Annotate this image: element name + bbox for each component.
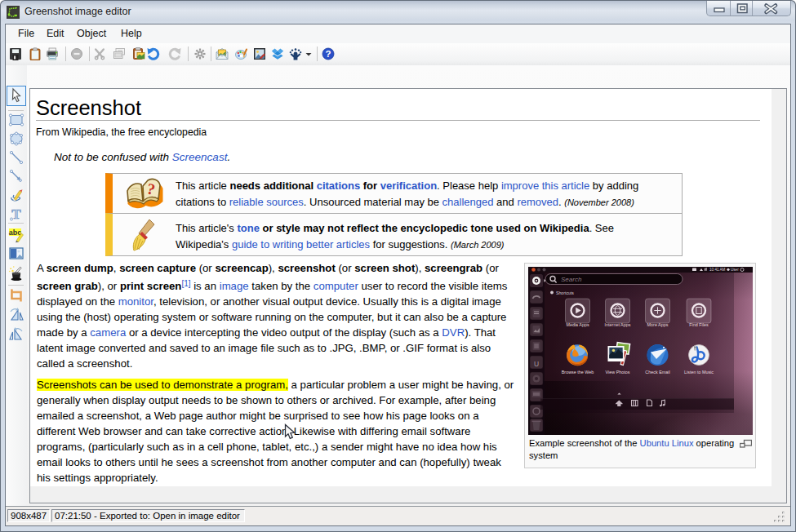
svg-text:U: U xyxy=(534,360,539,368)
svg-text:Check Email: Check Email xyxy=(645,370,669,375)
svg-text:Shortcuts: Shortcuts xyxy=(556,290,574,295)
svg-text:?: ? xyxy=(325,49,331,59)
svg-text:Find Files: Find Files xyxy=(689,322,709,327)
svg-text:More Apps: More Apps xyxy=(647,322,669,327)
svg-text:Media Apps: Media Apps xyxy=(566,322,589,327)
svg-text:Listen to Music: Listen to Music xyxy=(684,370,714,375)
svg-text:Browse the Web: Browse the Web xyxy=(562,370,594,375)
svg-text:abc: abc xyxy=(9,228,22,237)
svg-text:Internet Apps: Internet Apps xyxy=(605,322,631,327)
svg-text:Search: Search xyxy=(561,276,582,283)
svg-text:10:41 AM: 10:41 AM xyxy=(709,268,726,272)
svg-text:View Photos: View Photos xyxy=(606,370,630,375)
svg-text:User: User xyxy=(731,268,739,272)
svg-text:T: T xyxy=(11,206,21,222)
